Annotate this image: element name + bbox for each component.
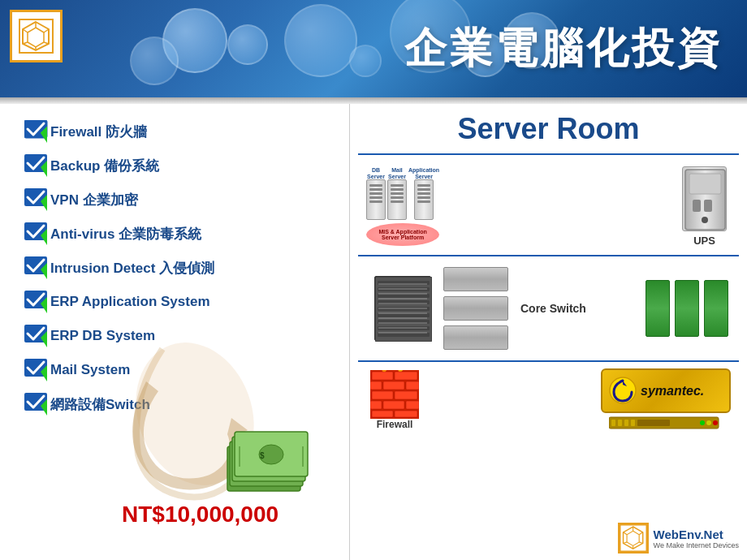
illustration-area: $ NT$10,000,000 bbox=[114, 333, 325, 519]
list-item-label: Intrusion Detect 入侵偵測 bbox=[50, 259, 214, 278]
main-content: Firewall 防火牆 Backup 備份系統 VPN 企業加密 bbox=[0, 104, 747, 560]
svg-rect-49 bbox=[378, 326, 430, 330]
server-icons-row: DBServer MailServer ApplicationServer bbox=[366, 167, 439, 220]
svg-rect-54 bbox=[370, 381, 382, 390]
webenv-brand: WebEnv.Net bbox=[654, 528, 739, 541]
svg-rect-42 bbox=[378, 281, 430, 285]
svg-rect-44 bbox=[378, 294, 430, 298]
header-title: 企業電腦化投資 bbox=[404, 20, 723, 77]
svg-marker-76 bbox=[627, 531, 639, 545]
rack-svg bbox=[375, 277, 432, 342]
core-switch-label: Core Switch bbox=[520, 302, 586, 315]
svg-point-73 bbox=[713, 420, 718, 425]
svg-rect-59 bbox=[370, 401, 382, 409]
svg-rect-47 bbox=[378, 313, 430, 317]
ups-label: UPS bbox=[693, 235, 715, 247]
list-item-label: Backup 備份系統 bbox=[50, 157, 159, 175]
svg-rect-46 bbox=[378, 307, 430, 311]
check-icon bbox=[24, 154, 50, 177]
list-item-label: ERP Application System bbox=[50, 294, 210, 310]
svg-rect-37 bbox=[689, 174, 721, 194]
svg-rect-55 bbox=[383, 381, 404, 390]
svg-rect-38 bbox=[693, 200, 701, 212]
check-icon bbox=[24, 291, 50, 313]
svg-rect-67 bbox=[618, 420, 622, 426]
server-tower-icon bbox=[387, 179, 407, 220]
list-item: ERP Application System bbox=[24, 291, 341, 313]
webenv-logo-icon bbox=[620, 524, 647, 552]
svg-rect-70 bbox=[637, 420, 670, 426]
svg-marker-2 bbox=[28, 28, 44, 47]
svg-rect-56 bbox=[406, 381, 419, 390]
symantec-text-area: symantec. bbox=[641, 384, 704, 398]
separator bbox=[0, 97, 747, 104]
server-room-title: Server Room bbox=[358, 104, 739, 150]
svg-rect-45 bbox=[378, 300, 430, 304]
green-device-icon bbox=[646, 280, 670, 337]
svg-text:$: $ bbox=[260, 451, 265, 460]
list-item-label: Firewall 防火牆 bbox=[50, 123, 147, 141]
header: 企業電腦化投資 bbox=[0, 0, 747, 97]
price-label: NT$10,000,000 bbox=[122, 502, 279, 528]
svg-rect-62 bbox=[372, 411, 393, 417]
firewall-icon bbox=[370, 370, 419, 419]
svg-rect-66 bbox=[611, 420, 615, 426]
server-cluster: DBServer MailServer ApplicationServer MI… bbox=[366, 167, 439, 246]
server-tower-icon bbox=[366, 179, 386, 220]
svg-rect-52 bbox=[372, 372, 393, 380]
svg-rect-48 bbox=[378, 320, 430, 324]
logo-icon bbox=[18, 18, 54, 54]
switch-icon bbox=[443, 267, 508, 291]
server-section: DBServer MailServer ApplicationServer MI… bbox=[358, 158, 739, 256]
list-item: Firewall 防火牆 bbox=[24, 120, 341, 143]
arrow-illustration: $ bbox=[114, 333, 325, 503]
check-icon bbox=[24, 188, 50, 211]
switch-icon bbox=[443, 296, 508, 321]
svg-rect-60 bbox=[383, 401, 404, 409]
right-panel: Server Room DBServer MailServer Applicat… bbox=[349, 104, 747, 560]
symantec-box: symantec. bbox=[601, 368, 731, 413]
webenv-tagline: We Make Internet Devices bbox=[654, 541, 739, 549]
rack-container bbox=[366, 276, 431, 341]
left-panel: Firewall 防火牆 Backup 備份系統 VPN 企業加密 bbox=[0, 104, 349, 560]
green-devices bbox=[643, 280, 731, 337]
mail-server-label: MailServer bbox=[388, 167, 406, 179]
divider bbox=[358, 153, 739, 155]
firewall-label: Firewall bbox=[377, 419, 413, 430]
svg-rect-57 bbox=[372, 391, 393, 399]
db-server: DBServer bbox=[366, 167, 386, 220]
platform-oval: MIS & ApplicationServer Platform bbox=[366, 223, 439, 246]
list-item: VPN 企業加密 bbox=[24, 188, 341, 211]
ups-unit: UPS bbox=[682, 166, 727, 247]
logo-box bbox=[10, 10, 63, 62]
list-item: Intrusion Detect 入侵偵測 bbox=[24, 256, 341, 279]
svg-rect-68 bbox=[624, 420, 628, 426]
svg-rect-39 bbox=[704, 200, 712, 212]
symantec-logo-icon bbox=[609, 377, 637, 405]
check-icon bbox=[24, 120, 50, 143]
list-item-label: Anti-virus 企業防毒系統 bbox=[50, 225, 201, 243]
bottom-section: Firewall symantec. bbox=[358, 362, 739, 437]
check-icon bbox=[24, 325, 50, 347]
symantec-brand: symantec. bbox=[641, 384, 704, 398]
svg-point-40 bbox=[702, 217, 708, 223]
check-icon bbox=[24, 256, 50, 279]
list-item: Backup 備份系統 bbox=[24, 154, 341, 177]
svg-rect-69 bbox=[631, 420, 635, 426]
check-icon bbox=[24, 222, 50, 245]
webenv-logo bbox=[618, 523, 649, 554]
switch-icon bbox=[443, 325, 508, 350]
mail-server: MailServer bbox=[387, 167, 407, 220]
svg-rect-50 bbox=[378, 333, 430, 337]
svg-point-72 bbox=[706, 420, 711, 425]
app-server-label: ApplicationServer bbox=[408, 167, 439, 179]
server-tower-icon bbox=[414, 179, 434, 220]
app-server: ApplicationServer bbox=[408, 167, 439, 220]
rack-icon bbox=[374, 276, 431, 341]
svg-rect-53 bbox=[395, 372, 417, 380]
svg-rect-61 bbox=[406, 401, 419, 409]
symantec-device-icon bbox=[609, 415, 723, 431]
webenv-footer: WebEnv.Net We Make Internet Devices bbox=[618, 523, 739, 554]
svg-rect-43 bbox=[378, 287, 430, 291]
symantec-area: symantec. bbox=[601, 368, 731, 431]
